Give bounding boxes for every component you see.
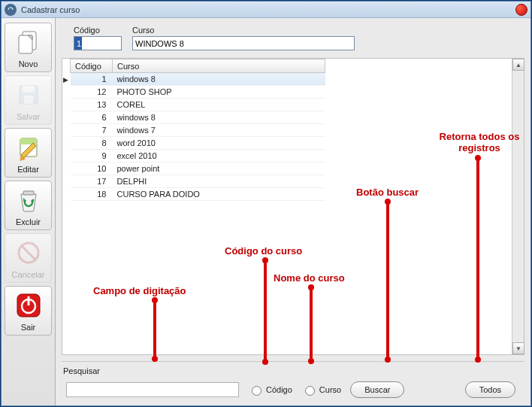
salvar-label: Salvar [17, 112, 40, 121]
editar-label: Editar [17, 165, 39, 174]
cell-codigo: 9 [71, 150, 113, 162]
main-panel: Código Curso ▶ Código Curso [56, 18, 530, 405]
table-row[interactable]: 13COREL [71, 99, 325, 111]
radio-codigo[interactable] [252, 386, 261, 396]
cell-codigo: 12 [71, 86, 113, 99]
sair-label: Sair [21, 323, 36, 332]
table-container: ▶ Código Curso 1windows 812PHOTO SHOP13C… [62, 58, 524, 355]
vertical-scrollbar[interactable]: ▲ ▼ [512, 59, 524, 354]
cell-codigo: 6 [71, 111, 113, 124]
pesquisar-label: Pesquisar [63, 366, 524, 375]
radio-curso[interactable] [305, 386, 315, 396]
window-body: Novo Salvar [2, 18, 530, 405]
svg-rect-8 [23, 191, 34, 195]
table-row[interactable]: 18CURSO PARA DOIDO [71, 188, 325, 201]
row-indicator-icon: ▶ [62, 73, 69, 86]
excluir-label: Excluir [16, 217, 41, 226]
new-document-icon [13, 26, 44, 58]
table-row[interactable]: 10power point [71, 162, 325, 175]
sair-button[interactable]: Sair [5, 286, 52, 336]
app-icon [5, 4, 17, 16]
delete-recycle-icon [13, 184, 44, 216]
courses-table: Código Curso 1windows 812PHOTO SHOP13COR… [70, 59, 325, 201]
window-title: Cadastrar curso [21, 5, 515, 14]
col-header-curso[interactable]: Curso [113, 59, 325, 73]
cell-codigo: 1 [71, 73, 113, 86]
buscar-button[interactable]: Buscar [350, 381, 404, 398]
table-row[interactable]: 12PHOTO SHOP [71, 86, 325, 99]
search-radio-group: Código Curso [248, 384, 341, 396]
table-row[interactable]: 7windows 7 [71, 124, 325, 137]
cell-curso: PHOTO SHOP [113, 86, 325, 99]
cell-curso: excel 2010 [113, 150, 325, 162]
cancelar-button: Cancelar [5, 233, 52, 283]
salvar-button: Salvar [5, 75, 52, 125]
cell-codigo: 7 [71, 124, 113, 137]
cell-curso: windows 8 [113, 111, 325, 124]
cell-curso: windows 8 [113, 73, 325, 86]
table-row[interactable]: 6windows 8 [71, 111, 325, 124]
cell-curso: word 2010 [113, 137, 325, 150]
cancelar-label: Cancelar [11, 270, 44, 279]
radio-codigo-label[interactable]: Código [248, 384, 292, 396]
cell-codigo: 8 [71, 137, 113, 150]
titlebar: Cadastrar curso [2, 2, 530, 18]
scroll-down-icon[interactable]: ▼ [512, 342, 524, 354]
codigo-input[interactable] [74, 36, 122, 50]
col-header-codigo[interactable]: Código [71, 59, 113, 73]
excluir-button[interactable]: Excluir [5, 181, 52, 230]
close-icon[interactable] [515, 4, 527, 16]
edit-icon [13, 132, 44, 163]
novo-button[interactable]: Novo [5, 23, 52, 72]
table-row[interactable]: 9excel 2010 [71, 150, 325, 162]
cancel-icon [13, 237, 44, 269]
cell-curso: DELPHI [113, 175, 325, 188]
cell-codigo: 17 [71, 175, 113, 188]
sidebar: Novo Salvar [2, 18, 56, 405]
svg-rect-5 [24, 96, 33, 104]
todos-button[interactable]: Todos [465, 381, 515, 398]
cell-codigo: 13 [71, 99, 113, 111]
search-input[interactable] [66, 382, 239, 397]
editar-button[interactable]: Editar [5, 128, 52, 178]
form-row: Código Curso [74, 26, 524, 50]
cell-codigo: 10 [71, 162, 113, 175]
table-row[interactable]: 8word 2010 [71, 137, 325, 150]
novo-label: Novo [19, 59, 38, 68]
curso-input[interactable] [132, 36, 355, 50]
table-area: ▶ Código Curso 1windows 812PHOTO SHOP13C… [62, 59, 512, 354]
cell-curso: power point [113, 162, 325, 175]
radio-curso-label[interactable]: Curso [301, 384, 341, 396]
curso-label: Curso [132, 26, 355, 35]
table-row[interactable]: 17DELPHI [71, 175, 325, 188]
app-window: Cadastrar curso Novo [1, 1, 531, 406]
cell-curso: CURSO PARA DOIDO [113, 188, 325, 201]
codigo-label: Código [74, 26, 122, 35]
cell-curso: windows 7 [113, 124, 325, 137]
search-section: Pesquisar Código Curso Buscar Todos [62, 361, 524, 405]
svg-rect-4 [23, 86, 35, 93]
cell-curso: COREL [113, 99, 325, 111]
scroll-up-icon[interactable]: ▲ [512, 59, 524, 71]
svg-rect-7 [20, 138, 37, 144]
svg-line-10 [22, 246, 35, 260]
save-icon [13, 79, 44, 111]
cell-codigo: 18 [71, 188, 113, 201]
table-row[interactable]: 1windows 8 [71, 73, 325, 86]
power-icon [13, 290, 44, 321]
